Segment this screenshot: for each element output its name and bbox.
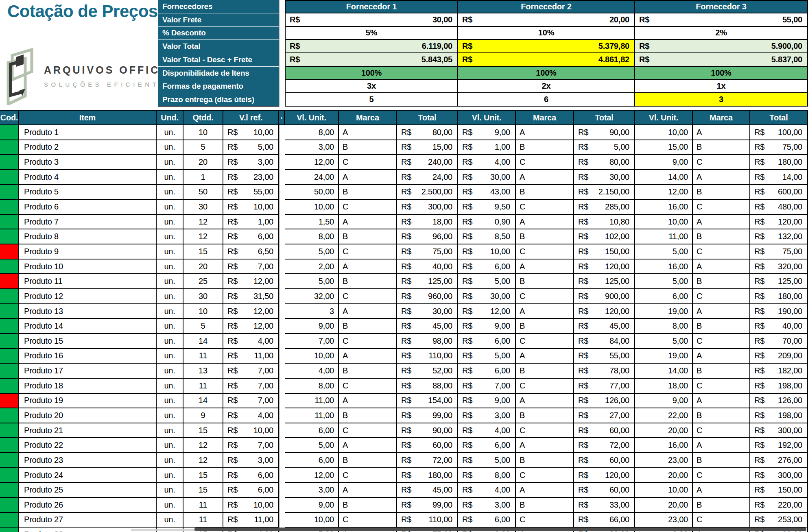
item-cell[interactable]: Produto 11 <box>19 274 157 289</box>
supplier2-unit-cell[interactable]: R$30,00 <box>458 170 516 185</box>
supplier2-brand-cell[interactable]: C <box>516 155 574 170</box>
cod-status-cell[interactable] <box>0 140 19 155</box>
ref-price-cell[interactable]: R$6,00 <box>223 229 279 244</box>
item-cell[interactable]: Produto 15 <box>19 334 157 349</box>
supplier2-brand-cell[interactable]: A <box>516 483 574 498</box>
supplier1-prazo-cell[interactable]: 5 <box>285 93 458 107</box>
qty-cell[interactable]: 11 <box>183 379 223 394</box>
supplier2-frete-cell[interactable]: R$20,00 <box>458 13 635 27</box>
supplier2-unit-cell[interactable]: R$4,00 <box>458 483 516 498</box>
supplier1-unit-cell[interactable]: 2,00 <box>285 259 339 275</box>
qty-cell[interactable]: 15 <box>183 468 223 483</box>
supplier1-total-cell[interactable]: R$240,00 <box>397 155 458 170</box>
supplier2-unit-cell[interactable]: R$1,00 <box>458 140 516 155</box>
supplier3-total-cell[interactable]: R$125,00 <box>750 274 808 289</box>
ref-price-cell[interactable]: R$6,00 <box>223 483 279 498</box>
supplier3-total-cell[interactable]: R$192,00 <box>750 438 808 453</box>
item-cell[interactable]: Produto 18 <box>19 379 157 394</box>
supplier1-total-cell[interactable]: R$40,00 <box>397 259 458 275</box>
supplier3-brand-cell[interactable]: A <box>693 259 750 275</box>
supplier1-brand-cell[interactable]: B <box>339 408 397 423</box>
supplier3-unit-cell[interactable]: 16,00 <box>635 438 693 453</box>
supplier2-unit-cell[interactable]: R$8,50 <box>458 229 516 244</box>
supplier1-total-cell[interactable]: R$90,00 <box>397 423 458 438</box>
supplier3-total-cell[interactable]: R$150,00 <box>750 483 808 498</box>
supplier3-brand-cell[interactable]: C <box>693 200 750 215</box>
supplier2-total-cell[interactable]: R$55,00 <box>574 349 635 364</box>
supplier3-unit-cell[interactable]: 6,00 <box>635 289 693 304</box>
qty-cell[interactable]: 13 <box>183 364 223 379</box>
supplier2-brand-cell[interactable]: B <box>516 140 574 155</box>
unit-cell[interactable]: un. <box>157 379 183 394</box>
qty-cell[interactable]: 12 <box>183 438 223 453</box>
unit-cell[interactable]: un. <box>157 513 183 528</box>
supplier1-desconto-cell[interactable]: 5% <box>285 27 458 40</box>
supplier3-unit-cell[interactable]: 9,00 <box>635 155 693 170</box>
supplier3-brand-cell[interactable]: B <box>693 319 750 334</box>
supplier2-brand-cell[interactable]: C <box>516 334 574 349</box>
supplier3-total-cell[interactable]: R$300,00 <box>750 423 808 438</box>
unit-cell[interactable]: un. <box>157 155 183 170</box>
cod-status-cell[interactable] <box>0 513 19 528</box>
supplier1-brand-cell[interactable]: C <box>339 289 397 304</box>
item-cell[interactable]: Produto 5 <box>19 185 157 200</box>
cod-status-cell[interactable] <box>0 125 19 140</box>
supplier1-total-cell[interactable]: R$52,00 <box>397 364 458 379</box>
supplier1-unit-cell[interactable]: 5,00 <box>285 438 339 453</box>
supplier2-total-cell[interactable]: R$80,00 <box>574 155 635 170</box>
supplier3-total-cell[interactable]: R$100,00 <box>750 125 808 140</box>
item-cell[interactable]: Produto 8 <box>19 229 157 244</box>
supplier3-brand-cell[interactable]: C <box>693 379 750 394</box>
qty-cell[interactable]: 15 <box>183 483 223 498</box>
supplier2-total-cell[interactable]: R$84,00 <box>574 334 635 349</box>
qty-cell[interactable]: 10 <box>183 125 223 140</box>
unit-cell[interactable]: un. <box>157 498 183 513</box>
supplier2-total-cell[interactable]: R$2.150,00 <box>574 185 635 200</box>
unit-cell[interactable]: un. <box>157 423 183 438</box>
supplier3-prazo-cell[interactable]: 3 <box>635 93 808 107</box>
supplier1-total-cell[interactable]: R$30,00 <box>397 304 458 319</box>
supplier1-brand-cell[interactable]: A <box>339 170 397 185</box>
qty-cell[interactable]: 5 <box>183 319 223 334</box>
cod-status-cell[interactable] <box>0 289 19 304</box>
supplier1-total-cell[interactable]: R$960,00 <box>397 289 458 304</box>
supplier2-unit-cell[interactable]: R$3,00 <box>458 498 516 513</box>
supplier3-unit-cell[interactable]: 10,00 <box>635 483 693 498</box>
unit-cell[interactable]: un. <box>157 200 183 215</box>
qty-cell[interactable]: 11 <box>183 513 223 528</box>
item-cell[interactable]: Produto 26 <box>19 498 157 513</box>
ref-price-cell[interactable]: R$31,50 <box>223 289 279 304</box>
unit-cell[interactable]: un. <box>157 244 183 259</box>
supplier2-total-cell[interactable]: R$120,00 <box>574 259 635 275</box>
supplier1-total-cell[interactable]: R$125,00 <box>397 274 458 289</box>
supplier2-brand-cell[interactable]: A <box>516 394 574 409</box>
ref-price-cell[interactable]: R$3,00 <box>223 453 279 468</box>
supplier1-unit-cell[interactable]: 10,00 <box>285 200 339 215</box>
unit-cell[interactable]: un. <box>157 394 183 409</box>
supplier2-total-cell[interactable]: R$285,00 <box>574 200 635 215</box>
ref-price-cell[interactable]: R$55,00 <box>223 185 279 200</box>
supplier1-unit-cell[interactable]: 12,00 <box>285 468 339 483</box>
supplier3-brand-cell[interactable]: B <box>693 453 750 468</box>
supplier3-unit-cell[interactable]: 9,00 <box>635 394 693 409</box>
supplier1-brand-cell[interactable]: C <box>339 468 397 483</box>
supplier1-brand-cell[interactable]: A <box>339 259 397 275</box>
supplier3-brand-cell[interactable]: C <box>693 423 750 438</box>
qty-cell[interactable]: 11 <box>183 349 223 364</box>
supplier3-total-cell[interactable]: R$180,00 <box>750 289 808 304</box>
unit-cell[interactable]: un. <box>157 215 183 230</box>
unit-cell[interactable]: un. <box>157 304 183 319</box>
supplier3-unit-cell[interactable]: 8,00 <box>635 319 693 334</box>
supplier2-brand-cell[interactable]: C <box>516 379 574 394</box>
item-cell[interactable]: Produto 4 <box>19 170 157 185</box>
cod-status-cell[interactable] <box>0 438 19 453</box>
supplier1-unit-cell[interactable]: 9,00 <box>285 319 339 334</box>
supplier2-total-cell[interactable]: R$120,00 <box>574 468 635 483</box>
supplier1-total-cell[interactable]: R$75,00 <box>397 244 458 259</box>
supplier1-total-cell[interactable]: R$6.119,00 <box>285 40 458 53</box>
qty-cell[interactable]: 11 <box>183 498 223 513</box>
supplier1-unit-cell[interactable]: 5,00 <box>285 244 339 259</box>
supplier2-brand-cell[interactable]: C <box>516 513 574 528</box>
unit-cell[interactable]: un. <box>157 408 183 423</box>
supplier2-unit-cell[interactable]: R$9,00 <box>458 394 516 409</box>
